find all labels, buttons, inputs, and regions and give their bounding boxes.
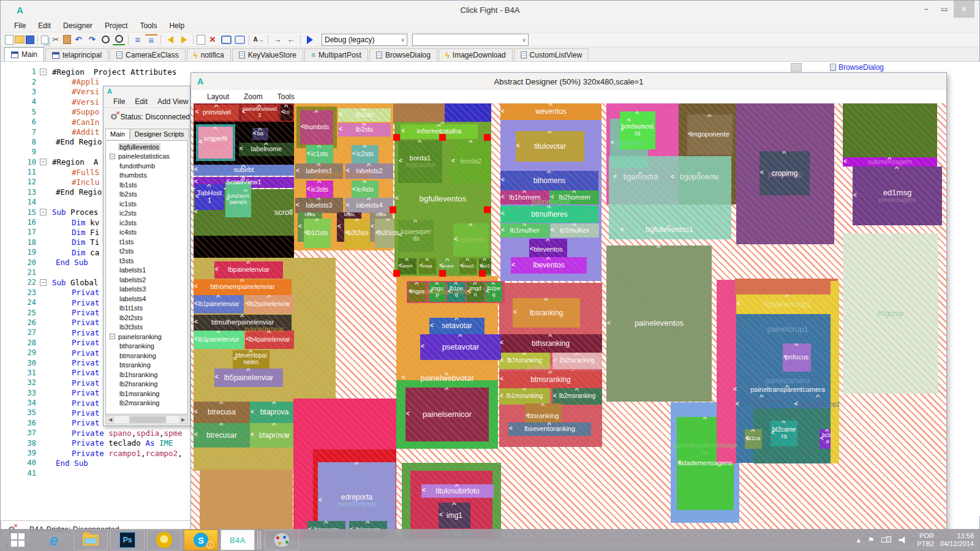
- designer-tab-main[interactable]: Main: [105, 129, 130, 139]
- view-submensagem[interactable]: submensagem: [843, 157, 937, 167]
- tab-telaprincipal[interactable]: telaprincipal: [45, 48, 108, 61]
- tree-item-t1sts[interactable]: t1sts: [106, 237, 187, 247]
- view-c7-green-panel[interactable]: [843, 103, 937, 157]
- list1-icon[interactable]: [132, 34, 144, 45]
- tree-expander-icon[interactable]: −: [110, 334, 115, 339]
- menu-tools[interactable]: Tools: [134, 20, 163, 31]
- tree-item-ic1sts[interactable]: ic1sts: [106, 199, 187, 209]
- tree-horizontal-scrollbar[interactable]: ◀ ▶: [105, 415, 188, 424]
- tree-item-lb3t3sts[interactable]: lb3t3sts: [106, 323, 187, 332]
- view-weventos[interactable]: weventos: [500, 103, 601, 120]
- tree-item-lb1sts[interactable]: lb1sts: [106, 180, 187, 190]
- selection-handle[interactable]: [439, 134, 446, 141]
- view-paineleventos[interactable]: paineleventos: [606, 246, 712, 402]
- open-icon[interactable]: [15, 36, 24, 43]
- tree-item-labelsts3[interactable]: labelsts3: [106, 285, 187, 294]
- view-pnfocus[interactable]: pnfocus: [783, 343, 811, 372]
- tab-customlistview[interactable]: CustomListView: [514, 48, 589, 61]
- action-center-flag-icon[interactable]: ⚑: [868, 536, 875, 544]
- tree-item-labelsts4[interactable]: labelsts4: [106, 294, 187, 304]
- tab-keyvaluestore[interactable]: KeyValueStore: [232, 48, 303, 61]
- debug-mode-select[interactable]: Debug (legacy) v: [322, 34, 407, 46]
- view-btmulheres[interactable]: btmulheres: [500, 206, 598, 223]
- selbox-icon[interactable]: [197, 35, 205, 45]
- copy-icon[interactable]: [41, 36, 48, 44]
- view-lb1sts[interactable]: lb1sts: [338, 108, 391, 122]
- code-text[interactable]: Privat: [48, 348, 99, 358]
- selection-handle[interactable]: [484, 206, 491, 213]
- view-btrecusa[interactable]: btrecusa: [194, 402, 250, 423]
- tree-item-thumbsts[interactable]: thumbsts: [106, 171, 187, 181]
- tree-item-painelestatisticas[interactable]: −painelestatisticas: [106, 152, 187, 162]
- view-lbpainelenviar[interactable]: lbpainelenviar: [214, 261, 283, 279]
- menu-edit[interactable]: Edit: [32, 20, 57, 31]
- tray-expand-icon[interactable]: ▴: [857, 536, 861, 544]
- view-lupadireita[interactable]: lupadireita: [453, 223, 489, 257]
- fold-marker[interactable]: −: [40, 209, 47, 216]
- tree-item-labelsts2[interactable]: labelsts2: [106, 275, 187, 285]
- code-text[interactable]: #Addit: [48, 127, 99, 137]
- view-psetavotar[interactable]: psetavotar: [420, 334, 501, 360]
- view-setavotar[interactable]: setavotar: [429, 318, 484, 334]
- tree-item-t2sts[interactable]: t2sts: [106, 247, 187, 257]
- tree-item-lb2hsranking[interactable]: lb2hsranking: [106, 380, 187, 389]
- tree-item-fundothumb[interactable]: fundothumb: [106, 161, 187, 171]
- view-imgpe[interactable]: imgpe: [408, 282, 426, 302]
- designer-tab-designer-scripts[interactable]: Designer Scripts: [130, 129, 189, 139]
- save-icon[interactable]: [26, 36, 34, 44]
- view-lb1mulher[interactable]: lb1mulher: [500, 223, 549, 238]
- abstract-menu-layout[interactable]: Layout: [200, 91, 236, 102]
- run-icon[interactable]: [304, 34, 316, 45]
- tree-item-bgfulleventos[interactable]: bgfulleventos: [106, 142, 187, 152]
- view-bgoponente-label[interactable]: bgoponente: [670, 172, 729, 182]
- modules-list-item-browsedialog[interactable]: BrowseDialog: [839, 63, 884, 72]
- tab-browsedialog[interactable]: BrowseDialog: [369, 48, 437, 61]
- ie-taskbar-button[interactable]: e: [37, 530, 71, 550]
- code-text[interactable]: Privat: [48, 378, 99, 388]
- minimize-button[interactable]: −: [917, 1, 935, 18]
- code-text[interactable]: End Sub: [48, 459, 88, 468]
- abstract-menu-tools[interactable]: Tools: [270, 91, 302, 102]
- code-text[interactable]: Private rcampo1,rcampo2,: [48, 449, 183, 458]
- view-btaprovar[interactable]: btaprovar: [250, 423, 299, 448]
- code-text[interactable]: #Region A: [48, 157, 98, 167]
- code-text[interactable]: Privat: [48, 308, 99, 317]
- outdent-icon[interactable]: [285, 34, 297, 45]
- menu-file[interactable]: File: [8, 20, 32, 31]
- view-labelco[interactable]: co: [281, 105, 293, 121]
- code-text[interactable]: End Sub: [48, 258, 88, 267]
- view-labelba[interactable]: ba: [252, 128, 268, 140]
- designer-canvas[interactable]: pninvisivelpainelinvisivel2coimgperfilfo…: [191, 103, 946, 538]
- selection-handle[interactable]: [484, 134, 491, 141]
- view-img1[interactable]: img1: [439, 503, 470, 528]
- view-btsm4[interactable]: mso2: [459, 258, 477, 274]
- code-text[interactable]: Privat: [48, 399, 99, 408]
- tree-item-lb1t1sts[interactable]: lb1t1sts: [106, 304, 187, 313]
- view-imgperfil[interactable]: imgperfilfotoperfil: [196, 124, 235, 161]
- selection-handle[interactable]: [393, 270, 400, 277]
- designer-menu-edit[interactable]: Edit: [130, 97, 153, 107]
- tree-item-btsranking[interactable]: btsranking: [106, 361, 187, 370]
- view-imgup[interactable]: imgup: [429, 282, 446, 302]
- view-painelenviar-label[interactable]: painelenviar: [194, 325, 336, 334]
- view-bteventopainelenviar[interactable]: bteventopainelen: [233, 350, 270, 369]
- selection-handle[interactable]: [390, 206, 396, 213]
- delbp-icon[interactable]: [206, 34, 219, 45]
- undo-icon[interactable]: [72, 34, 85, 45]
- tree-item-lb2sts[interactable]: lb2sts: [106, 190, 187, 200]
- volume-icon[interactable]: [899, 536, 907, 544]
- code-text[interactable]: #Region Project Attributes: [48, 67, 176, 77]
- tree-item-ic4sts[interactable]: ic4sts: [106, 228, 187, 238]
- designer-menu-add-view[interactable]: Add View: [153, 97, 190, 107]
- view-pnmensagem[interactable]: ed1msgpnmensagem: [853, 167, 942, 225]
- tree-item-lb2t2sts[interactable]: lb2t2sts: [106, 313, 187, 323]
- code-text[interactable]: Sub Proces: [48, 208, 98, 217]
- view-lb2peq[interactable]: lb2peq: [485, 282, 502, 302]
- chrome-taskbar-button[interactable]: [147, 530, 181, 550]
- view-bthomempainelenviar[interactable]: bthomempainelenviar: [194, 279, 292, 295]
- view-lb1painelenviar[interactable]: lb1painelenviar: [194, 295, 244, 313]
- view-imgoponente[interactable]: imgoponente: [687, 114, 733, 155]
- code-text[interactable]: #CanIn: [48, 118, 99, 127]
- language-indicator[interactable]: POR PTB2: [917, 532, 934, 548]
- view-lb2sts[interactable]: lb2sts: [338, 123, 391, 137]
